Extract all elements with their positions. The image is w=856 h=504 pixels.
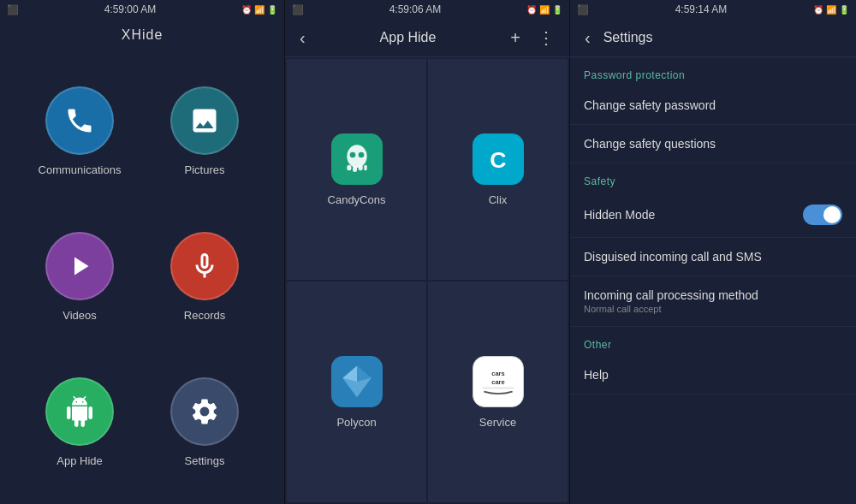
change-password-text: Change safety password (584, 98, 842, 112)
status-left-3: ⬛ (577, 4, 589, 15)
settings-icon-circle (170, 377, 239, 446)
app-grid: CandyCons C Clix Polycon (285, 57, 569, 504)
svg-rect-18 (482, 387, 514, 388)
play-icon (64, 251, 95, 282)
gear-icon (189, 396, 220, 427)
settings-content: Password protection Change safety passwo… (570, 57, 856, 504)
screenshot-icon-2: ⬛ (292, 4, 304, 15)
grid-item-pictures[interactable]: Pictures (142, 58, 267, 204)
pictures-label: Pictures (185, 163, 225, 176)
signal-icon: 📶 (254, 5, 265, 15)
app-cell-candycons[interactable]: CandyCons (287, 59, 426, 280)
settings-back-button[interactable]: ‹ (580, 27, 595, 48)
candycons-name: CandyCons (328, 193, 386, 206)
change-questions-text: Change safety questions (584, 137, 842, 151)
status-right-2: ⏰ 📶 🔋 (526, 5, 562, 15)
grid-item-videos[interactable]: Videos (17, 204, 142, 349)
time-3: 4:59:14 AM (675, 3, 728, 15)
status-left-1: ⬛ (7, 4, 19, 15)
apphide-title: App Hide (318, 30, 498, 45)
app-hide-label: App Hide (56, 454, 102, 467)
more-button[interactable]: ⋮ (533, 27, 559, 48)
hidden-mode-toggle[interactable] (803, 205, 842, 225)
alarm-icon: ⏰ (241, 5, 252, 15)
section-title-other: Other (570, 327, 856, 356)
time-1: 4:59:00 AM (104, 3, 157, 15)
polycon-svg (336, 360, 378, 403)
status-right-3: ⏰ 📶 🔋 (813, 5, 849, 15)
communications-icon-circle (45, 86, 114, 155)
screenshot-icon: ⬛ (7, 4, 19, 15)
battery-icon: 🔋 (267, 5, 277, 15)
settings-item-help[interactable]: Help (570, 356, 856, 394)
mic-icon (189, 251, 220, 282)
grid-item-settings[interactable]: Settings (142, 350, 267, 495)
polycon-icon (331, 356, 383, 407)
service-svg: cars care (477, 360, 520, 403)
disguised-text: Disguised incoming call and SMS (584, 250, 842, 264)
svg-rect-8 (364, 164, 366, 170)
svg-rect-7 (358, 164, 362, 170)
settings-item-change-password[interactable]: Change safety password (570, 86, 856, 125)
screenshot-icon-3: ⬛ (577, 4, 589, 15)
battery-icon-2: 🔋 (552, 5, 562, 15)
settings-item-change-questions[interactable]: Change safety questions (570, 125, 856, 163)
back-button[interactable]: ‹ (295, 27, 310, 48)
clix-icon: C (473, 133, 524, 185)
status-bar-1: ⬛ 4:59:00 AM ⏰ 📶 🔋 (0, 0, 284, 19)
svg-point-3 (349, 151, 355, 157)
candycons-icon (331, 133, 383, 185)
phone-icon (64, 105, 95, 136)
candycons-svg (336, 138, 378, 181)
app-cell-service[interactable]: cars care Service (428, 282, 568, 502)
svg-point-0 (197, 113, 202, 118)
add-button[interactable]: + (506, 27, 525, 48)
alarm-icon-2: ⏰ (526, 5, 537, 15)
panel-apphide: ⬛ 4:59:06 AM ⏰ 📶 🔋 ‹ App Hide + ⋮ (285, 0, 570, 504)
videos-icon-circle (45, 232, 114, 300)
status-bar-2: ⬛ 4:59:06 AM ⏰ 📶 🔋 (285, 0, 569, 19)
app-cell-clix[interactable]: C Clix (428, 59, 568, 280)
clix-name: Clix (489, 193, 508, 206)
status-left-2: ⬛ (292, 4, 304, 15)
app-cell-polycon[interactable]: Polycon (287, 282, 426, 502)
android-icon (64, 396, 95, 427)
settings-item-incoming-call[interactable]: Incoming call processing method Normal c… (570, 276, 856, 327)
incoming-call-text: Incoming call processing method (584, 288, 842, 302)
hidden-mode-text: Hidden Mode (584, 208, 655, 222)
settings-item-hidden-mode[interactable]: Hidden Mode (570, 193, 856, 238)
clix-svg: C (477, 138, 520, 181)
panel-settings: ⬛ 4:59:14 AM ⏰ 📶 🔋 ‹ Settings Password p… (570, 0, 856, 504)
svg-text:care: care (491, 378, 504, 386)
help-text: Help (584, 368, 842, 382)
settings-item-disguised[interactable]: Disguised incoming call and SMS (570, 238, 856, 276)
service-icon: cars care (473, 356, 524, 407)
svg-text:cars: cars (491, 370, 504, 377)
settings-label: Settings (185, 454, 225, 467)
section-title-safety: Safety (570, 163, 856, 193)
apphide-header: ‹ App Hide + ⋮ (285, 19, 569, 57)
settings-header: ‹ Settings (570, 19, 856, 57)
app-hide-icon-circle (45, 377, 114, 446)
signal-icon-2: 📶 (539, 5, 550, 15)
status-bar-3: ⬛ 4:59:14 AM ⏰ 📶 🔋 (570, 0, 856, 19)
section-title-password: Password protection (570, 57, 856, 86)
alarm-icon-3: ⏰ (813, 5, 823, 15)
settings-title: Settings (603, 30, 653, 45)
xhide-grid: Communications Pictures Videos (0, 50, 284, 504)
service-name: Service (479, 416, 516, 429)
pictures-icon-circle (170, 86, 239, 155)
grid-item-app-hide[interactable]: App Hide (17, 350, 142, 495)
svg-point-2 (347, 145, 366, 168)
records-icon-circle (170, 232, 239, 300)
time-2: 4:59:06 AM (389, 3, 442, 15)
svg-rect-5 (347, 164, 351, 170)
videos-label: Videos (62, 309, 97, 322)
grid-item-records[interactable]: Records (142, 204, 267, 349)
svg-text:C: C (490, 147, 506, 173)
incoming-call-sub: Normal call accept (584, 304, 842, 314)
grid-item-communications[interactable]: Communications (17, 58, 142, 204)
polycon-name: Polycon (336, 416, 376, 429)
battery-icon-3: 🔋 (839, 5, 849, 15)
records-label: Records (184, 309, 225, 322)
